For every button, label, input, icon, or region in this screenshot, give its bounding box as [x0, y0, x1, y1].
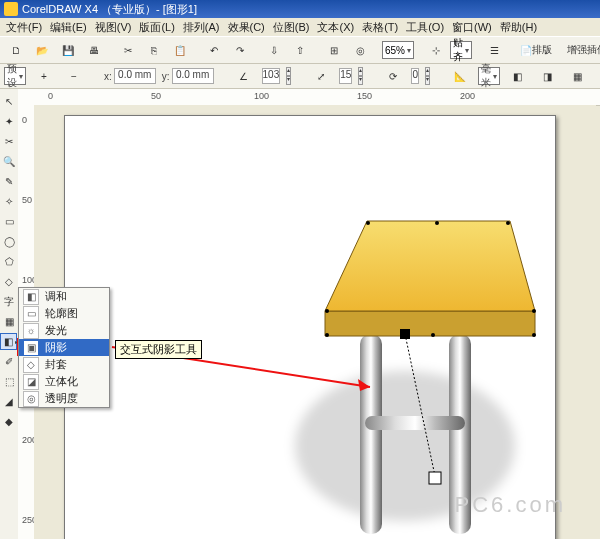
open-icon[interactable]: 📂	[30, 40, 54, 60]
menu-tools[interactable]: 工具(O)	[406, 20, 444, 35]
ang-spin[interactable]: ▴▾	[425, 67, 430, 85]
tooltip: 交互式阴影工具	[115, 340, 202, 359]
pub-btn[interactable]: 📄排版	[516, 40, 556, 60]
undo-icon[interactable]: ↶	[202, 40, 226, 60]
glow-icon: ☼	[23, 323, 39, 339]
appmgr-icon[interactable]: ⊞	[322, 40, 346, 60]
save-icon[interactable]: 💾	[56, 40, 80, 60]
property-bar: 预设▾ + − x:0.0 mm y:0.0 mm ∠ 103 ▴▾ ⤢ 15 …	[0, 64, 600, 89]
snap-label: 贴齐	[453, 36, 463, 64]
workarea: ↖ ✦ ✂ 🔍 ✎ ✧ ▭ ◯ ⬠ ◇ 字 ▦ ◧ ▸ ✐ ⬚ ◢ ◆ 0 50…	[0, 89, 600, 539]
menu-help[interactable]: 帮助(H)	[500, 20, 537, 35]
new-icon[interactable]: 🗋	[4, 40, 28, 60]
flyout-glow[interactable]: ☼发光	[19, 322, 109, 339]
shadow-icon: ▣	[23, 340, 39, 356]
zoom-value: 65%	[385, 45, 405, 56]
plugins-btn[interactable]: 增强插件	[558, 40, 600, 60]
paste-icon[interactable]: 📋	[168, 40, 192, 60]
preset-combo[interactable]: 预设▾	[4, 67, 26, 85]
unit-combo[interactable]: 毫米▾	[478, 67, 500, 85]
angle-field[interactable]: 0	[411, 68, 419, 84]
menu-text[interactable]: 文本(X)	[317, 20, 354, 35]
interactive-flyout: ◧调和 ▭轮廓图 ☼发光 ▣阴影 ◇封套 ◪立体化 ◎透明度	[18, 287, 110, 408]
extrude-icon: ◪	[23, 374, 39, 390]
welcome-icon[interactable]: ◎	[348, 40, 372, 60]
w-spin[interactable]: ▴▾	[286, 67, 291, 85]
opt4-icon[interactable]: ▤	[596, 66, 600, 86]
opt2-icon[interactable]: ◨	[536, 66, 560, 86]
h-spin[interactable]: ▴▾	[358, 67, 363, 85]
transparency-icon: ◎	[23, 391, 39, 407]
opt1-icon[interactable]: ◧	[506, 66, 530, 86]
app-icon	[4, 2, 18, 16]
menu-window[interactable]: 窗口(W)	[452, 20, 492, 35]
copy-icon[interactable]: ⎘	[142, 40, 166, 60]
cut-icon[interactable]: ✂	[116, 40, 140, 60]
del-preset-icon[interactable]: −	[62, 66, 86, 86]
flyout-extrude[interactable]: ◪立体化	[19, 373, 109, 390]
menu-layout[interactable]: 版面(L)	[139, 20, 174, 35]
angle-icon: ∠	[232, 66, 256, 86]
svg-marker-18	[358, 379, 370, 391]
zoom-combo[interactable]: 65%▾	[382, 41, 414, 59]
menu-edit[interactable]: 编辑(E)	[50, 20, 87, 35]
standard-toolbar: 🗋 📂 💾 🖶 ✂ ⎘ 📋 ↶ ↷ ⇩ ⇧ ⊞ ◎ 65%▾ ⊹ 贴齐▾ ☰ 📄…	[0, 36, 600, 64]
x-icon: x:	[104, 71, 112, 82]
menu-file[interactable]: 文件(F)	[6, 20, 42, 35]
menu-table[interactable]: 表格(T)	[362, 20, 398, 35]
titlebar: CorelDRAW X4 （专业版）- [图形1]	[0, 0, 600, 18]
opt3-icon[interactable]: ▦	[566, 66, 590, 86]
x-field[interactable]: 0.0 mm	[114, 68, 156, 84]
print-icon[interactable]: 🖶	[82, 40, 106, 60]
menubar: 文件(F) 编辑(E) 视图(V) 版面(L) 排列(A) 效果(C) 位图(B…	[0, 18, 600, 36]
flyout-shadow[interactable]: ▣阴影	[19, 339, 109, 356]
envelope-icon: ◇	[23, 357, 39, 373]
y-field[interactable]: 0.0 mm	[172, 68, 214, 84]
menu-arrange[interactable]: 排列(A)	[183, 20, 220, 35]
import-icon[interactable]: ⇩	[262, 40, 286, 60]
scale-icon: ⤢	[309, 66, 333, 86]
add-preset-icon[interactable]: +	[32, 66, 56, 86]
snap-combo[interactable]: 贴齐▾	[450, 41, 472, 59]
options-icon[interactable]: ☰	[482, 40, 506, 60]
menu-view[interactable]: 视图(V)	[95, 20, 132, 35]
width-field[interactable]: 103	[262, 68, 281, 84]
unit-icon: 📐	[448, 66, 472, 86]
rotate-icon: ⟳	[381, 66, 405, 86]
title: CorelDRAW X4 （专业版）- [图形1]	[22, 2, 197, 17]
flyout-contour[interactable]: ▭轮廓图	[19, 305, 109, 322]
menu-bitmap[interactable]: 位图(B)	[273, 20, 310, 35]
redo-icon[interactable]: ↷	[228, 40, 252, 60]
flyout-envelope[interactable]: ◇封套	[19, 356, 109, 373]
menu-effects[interactable]: 效果(C)	[228, 20, 265, 35]
flyout-transparency[interactable]: ◎透明度	[19, 390, 109, 407]
flyout-blend[interactable]: ◧调和	[19, 288, 109, 305]
height-field[interactable]: 15	[339, 68, 352, 84]
export-icon[interactable]: ⇧	[288, 40, 312, 60]
snap-icon[interactable]: ⊹	[424, 40, 448, 60]
y-icon: y:	[162, 71, 170, 82]
blend-icon: ◧	[23, 289, 39, 305]
contour-icon: ▭	[23, 306, 39, 322]
